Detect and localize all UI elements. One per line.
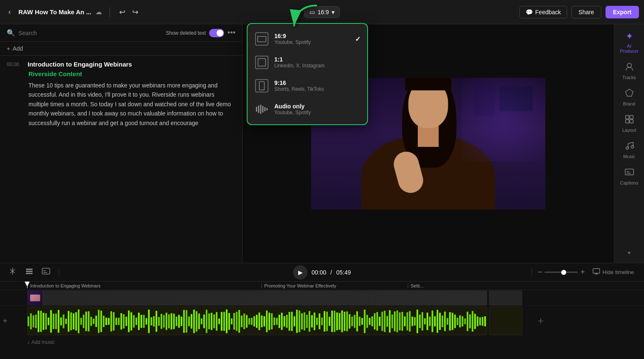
timeline-controls: ▶ 00:00 / 05:49 − + Hide timeline (0, 263, 644, 282)
music-icon (625, 141, 634, 152)
svg-rect-1 (258, 36, 266, 42)
playback-center: ▶ 00:00 / 05:49 (293, 265, 351, 280)
dropdown-item-1-1[interactable]: 1:1 LinkedIn, X, Instagram (248, 51, 367, 74)
svg-rect-2 (258, 59, 266, 66)
show-deleted-toggle[interactable] (209, 29, 224, 37)
video-track-fill (43, 290, 487, 305)
current-time: 00:00 (312, 269, 326, 276)
share-button[interactable]: Share (571, 6, 601, 18)
timeline: ▶ 00:00 / 05:49 − + Hide timeline (0, 263, 644, 359)
chapter-markers: Introduction to Engaging Webinars Promot… (27, 283, 487, 288)
brand-icon (625, 88, 634, 100)
left-panel: 🔍 Show deleted text ••• + Add 00:00 Intr… (0, 24, 243, 263)
add-track-button[interactable]: + (3, 316, 8, 326)
zoom-controls: − + (538, 268, 585, 277)
thumb-image (30, 295, 40, 301)
audio-track-row: + // Generate waveform bars (0, 306, 644, 336)
section-timestamp: 00:00 (7, 62, 23, 67)
dropdown-item-title-9-16: 9:16 (274, 79, 324, 86)
show-deleted-label: Show deleted text (166, 30, 206, 36)
sidebar-item-ai-producer[interactable]: ✦ AI Producer (616, 28, 643, 57)
captions-icon (625, 167, 634, 179)
sidebar-label-captions: Captions (620, 180, 638, 185)
svg-point-10 (627, 63, 631, 67)
zoom-track[interactable] (544, 272, 578, 273)
timeline-divider-2 (532, 268, 532, 277)
timeline-tool-caption[interactable] (40, 265, 52, 279)
section-title: Introduction to Engaging Webinars (28, 61, 132, 68)
top-bar-center: ▭ 16:9 ▾ (304, 6, 340, 18)
ratio-icon-1-1 (255, 56, 268, 69)
playhead-triangle (25, 282, 30, 287)
zoom-in-button[interactable]: + (580, 268, 585, 277)
sidebar-item-brand[interactable]: Brand (616, 85, 643, 110)
zoom-handle[interactable] (561, 270, 566, 275)
dropdown-item-text-audio: Audio only Youtube, Spotify (274, 103, 311, 115)
waveform-canvas (28, 307, 487, 335)
add-music-row: ♪ Add music (0, 336, 644, 349)
zoom-out-button[interactable]: − (538, 268, 542, 277)
checkmark-16-9: ✓ (355, 35, 360, 43)
timeline-header-row: Introduction to Engaging Webinars Promot… (0, 282, 644, 290)
aspect-ratio-dropdown: 16:9 Youtube, Spotify ✓ 1:1 LinkedIn, X,… (247, 23, 368, 125)
sidebar-label-brand: Brand (623, 101, 635, 106)
aspect-ratio-icon: ▭ (309, 9, 315, 15)
section-header: 00:00 Introduction to Engaging Webinars (7, 61, 235, 68)
dropdown-item-title-16-9: 16:9 (274, 33, 311, 39)
extra-video-segment (489, 290, 522, 305)
layout-icon (625, 115, 634, 126)
search-input[interactable] (18, 30, 163, 36)
more-options-button[interactable]: ••• (227, 28, 235, 37)
svg-rect-15 (630, 120, 633, 123)
feedback-label: Feedback (535, 9, 561, 15)
time-separator: / (330, 269, 332, 276)
room-element-1 (499, 86, 533, 111)
dropdown-item-9-16[interactable]: 9:16 Shorts, Reels, TikToks (248, 74, 367, 97)
back-button[interactable]: ‹ (5, 6, 14, 18)
play-button[interactable]: ▶ (293, 265, 307, 280)
export-button[interactable]: Export (606, 6, 639, 18)
aspect-ratio-button[interactable]: ▭ 16:9 ▾ (304, 6, 340, 18)
dropdown-item-audio[interactable]: Audio only Youtube, Spotify (248, 97, 367, 121)
sidebar-item-music[interactable]: Music (616, 138, 643, 162)
timeline-tool-split[interactable] (7, 265, 18, 279)
right-sidebar: ✦ AI Producer Tracks Brand Layout Musi (614, 24, 644, 263)
dropdown-item-16-9[interactable]: 16:9 Youtube, Spotify ✓ (248, 27, 367, 51)
feedback-button[interactable]: 💬 Feedback (519, 6, 567, 18)
music-note-icon: ♪ (27, 339, 30, 345)
sidebar-item-captions[interactable]: Captions (616, 164, 643, 189)
svg-rect-12 (626, 115, 629, 119)
dropdown-item-sub-16-9: Youtube, Spotify (274, 39, 311, 45)
undo-button[interactable]: ↩ (118, 6, 127, 18)
hide-timeline-button[interactable]: Hide timeline (589, 266, 637, 278)
sidebar-chevron-down[interactable]: ▾ (624, 246, 634, 259)
add-icon: + (7, 45, 10, 52)
undo-redo-group: ↩ ↪ (118, 6, 140, 18)
timeline-tool-list[interactable] (23, 265, 35, 279)
redo-button[interactable]: ↪ (130, 6, 140, 18)
show-deleted-toggle-group: Show deleted text (166, 29, 224, 37)
feedback-icon: 💬 (526, 9, 533, 15)
project-title: RAW How To Make An ... (18, 8, 91, 15)
video-track-row (0, 290, 644, 306)
sidebar-item-layout[interactable]: Layout (616, 111, 643, 136)
add-segment-button[interactable]: + (538, 315, 544, 327)
svg-marker-11 (626, 89, 633, 96)
ratio-icon-9-16 (255, 79, 268, 92)
divider (110, 7, 110, 17)
timeline-tracks: Introduction to Engaging Webinars Promot… (0, 282, 644, 359)
add-label: Add (13, 45, 23, 52)
sidebar-label-music: Music (623, 154, 635, 159)
dropdown-item-sub-1-1: LinkedIn, X, Instagram (274, 63, 325, 69)
sidebar-label-tracks: Tracks (622, 75, 636, 80)
add-music-button[interactable]: ♪ Add music (27, 339, 55, 345)
timeline-right-controls: − + Hide timeline (530, 266, 637, 278)
sidebar-item-tracks[interactable]: Tracks (616, 59, 643, 83)
top-bar-left: ‹ RAW How To Make An ... ☁ ↩ ↪ (5, 6, 519, 18)
dropdown-item-sub-audio: Youtube, Spotify (274, 110, 311, 115)
sidebar-label-layout: Layout (622, 128, 636, 133)
add-audio-segment[interactable]: + (524, 307, 557, 335)
add-button[interactable]: + Add (0, 42, 242, 56)
search-bar: 🔍 Show deleted text ••• (0, 24, 242, 42)
dropdown-item-title-audio: Audio only (274, 103, 311, 110)
